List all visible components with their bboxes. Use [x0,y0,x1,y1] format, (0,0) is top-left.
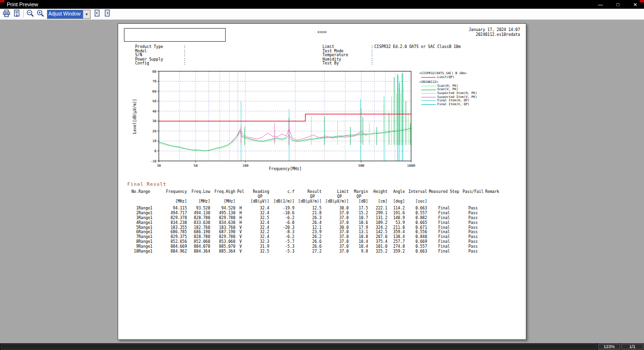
table-row: 1Range194.11593.52094.520H32.4-19.912.53… [126,206,505,211]
screen-corner-marker [640,0,644,2]
chevron-down-icon[interactable]: ▼ [83,10,90,18]
svg-text:0: 0 [154,149,156,153]
final-result-table: No.RangeFrequencyFreq.LowFreq.HighPolRea… [126,190,505,254]
table-row: 7Range1829.375828.780829.780V32.4-6.226.… [126,235,505,239]
maximize-button[interactable]: □ [609,0,627,9]
report-center-mark: <<>> [118,30,526,34]
table-row: 9Range1884.669884.070885.070V31.9-5.326.… [126,244,505,249]
final-result-title: Final Result [127,181,167,187]
legend-entry: Limit(QP) [419,76,477,80]
print-preview-window: Print Preview — □ ✕ [0,0,644,350]
svg-text:10: 10 [153,139,156,143]
status-bar: 123% 1/1 [0,343,644,350]
svg-text:1000: 1000 [407,164,415,168]
printer-icon [2,9,11,19]
chart-legend: <CISPR32(OATS_SAC) B 10m>Limit(QP)<20240… [419,70,477,106]
toolbar: Adjust Window ▼ [0,9,644,20]
table-row: 5Range1183.355182.760183.760V32.4-20.312… [126,225,505,230]
window-controls: — □ ✕ [592,0,644,9]
svg-text:100: 100 [243,164,249,168]
info-label: Model [135,49,184,54]
window-title: Print Preview [7,1,38,7]
emission-chart: -100102030405060708030501005001000 [146,68,417,170]
info-value: CISPR32 Ed.2.0 OATS or SAC ClassB 10m [374,45,460,49]
chart-y-axis-label: Level[dB(µV/m)] [133,99,137,134]
legend-swatch-line [421,90,436,90]
table-row: 2Range1494.717494.130495.130H32.4-10.621… [126,211,505,216]
table-row: 8Range1852.656852.060853.060V32.3-5.726.… [126,239,505,244]
table-row: 4Range1834.230833.630834.630H32.4-6.026.… [126,221,505,225]
report-filename: 20240112.es10redata [469,32,520,37]
svg-text:50: 50 [153,99,156,103]
title-bar: Print Preview — □ ✕ [0,0,644,9]
print-setup-button[interactable] [12,9,22,19]
legend-swatch-line [421,97,436,97]
chart-area: -100102030405060708030501005001000 [146,68,417,170]
report-page: <<>> January 17, 2024 14:07 20240112.es1… [118,23,526,340]
legend-swatch-line [421,104,436,105]
legend-label: Final Item(V, QP) [437,103,470,107]
legend-swatch-line [421,93,436,94]
next-page-button[interactable] [102,9,112,19]
report-header-right: January 17, 2024 14:07 20240112.es10reda… [469,28,520,37]
svg-text:40: 40 [153,110,156,113]
svg-text:20: 20 [153,129,156,133]
preview-workspace: <<>> January 17, 2024 14:07 20240112.es1… [0,20,644,343]
report-datetime: January 17, 2024 14:07 [469,28,520,32]
chart-x-axis-label: Frequency[MHz] [269,167,301,171]
table-header-row: [MHz][MHz][MHz][dB(µV)][dB(1/m)][dB(µV/m… [126,199,505,207]
zoom-level-indicator: 123% [598,344,620,350]
page-prev-icon [93,9,101,19]
minimize-button[interactable]: — [592,0,609,9]
legend-swatch-line [421,86,436,86]
printer-setup-icon [13,9,21,19]
svg-text:50: 50 [194,164,198,168]
svg-text:70: 70 [153,80,156,83]
zoom-in-button[interactable] [35,9,46,19]
zoom-mode-value: Adjust Window [47,10,83,18]
legend-label: Limit(QP) [437,76,454,80]
print-button[interactable] [1,9,12,19]
table-row: 3Range1829.378828.780829.780H32.5-6.226.… [126,216,505,221]
status-message-area [1,344,597,350]
page-indicator: 1/1 [621,344,644,350]
svg-text:-10: -10 [150,159,156,163]
legend-swatch-line [421,100,436,101]
info-label: Config [135,62,184,66]
table-row: 10Range1884.962884.364885.364V32.5-5.327… [126,249,505,254]
zoom-out-icon [26,9,34,19]
table-header-row: QPQPQPQP [126,194,505,199]
svg-text:80: 80 [153,70,156,74]
page-next-icon [103,9,111,19]
svg-text:60: 60 [153,90,156,94]
table-row: 6Range1686.785686.190687.190V32.2-8.323.… [126,230,505,235]
prev-page-button[interactable] [92,9,102,19]
toolbar-separator [23,10,24,18]
zoom-out-button[interactable] [25,9,35,19]
test-info-block: Limit:CISPR32 Ed.2.0 OATS or SAC ClassB … [322,45,460,66]
legend-swatch-line [421,77,436,78]
info-label: Test By [322,62,371,66]
product-info-block: Product Type: Model: S/N: Power Supply: … [135,45,187,66]
zoom-in-icon [36,9,45,19]
table-header-row: No.RangeFrequencyFreq.LowFreq.HighPolRea… [126,190,505,194]
zoom-mode-select[interactable]: Adjust Window ▼ [47,10,91,19]
svg-text:30: 30 [157,164,161,168]
screen-corner-marker [0,0,4,2]
svg-text:500: 500 [358,164,365,168]
svg-text:30: 30 [153,119,156,123]
legend-entry: Final Item(V, QP) [419,103,477,107]
